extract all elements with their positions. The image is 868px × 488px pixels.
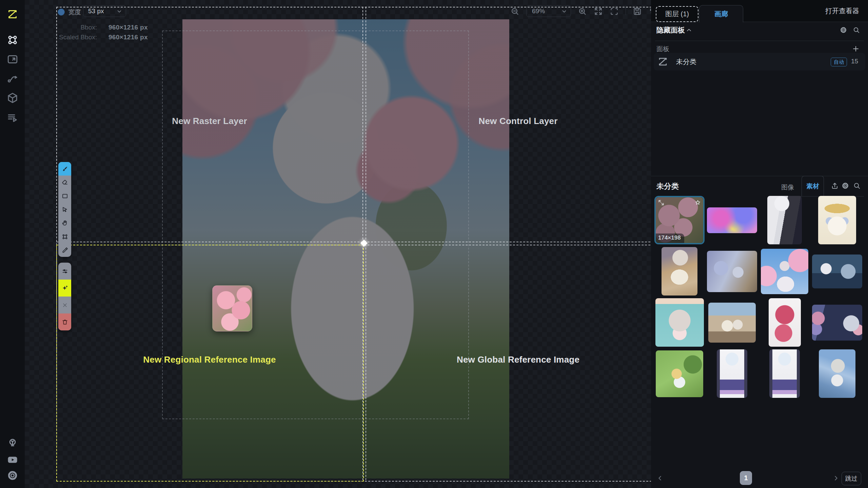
board-count: 15 <box>851 58 858 65</box>
gallery-thumbnail[interactable] <box>769 349 800 398</box>
right-panel: 图层 (1) 画廊 打开查看器 隐藏面板 面板 未分类 自动 15 未分类 图像… <box>651 0 868 488</box>
page-number-button[interactable]: 1 <box>740 471 752 485</box>
transform-tool[interactable] <box>58 230 71 243</box>
new-global-reference-action[interactable]: New Global Reference Image <box>457 354 579 365</box>
app-logo[interactable] <box>6 8 19 20</box>
gallery-thumbnail-selected[interactable]: 174×198 <box>654 196 705 244</box>
canvas-area[interactable]: New Raster Layer New Control Layer New R… <box>25 0 651 488</box>
star-icon[interactable] <box>694 199 701 206</box>
youtube-icon[interactable] <box>6 453 19 466</box>
fit-view-icon[interactable] <box>594 7 603 16</box>
plus-icon[interactable] <box>852 45 860 53</box>
generate-sparkle-button[interactable] <box>58 280 71 297</box>
brush-width-select[interactable]: 53 px <box>83 5 126 17</box>
gear-icon[interactable] <box>841 182 849 190</box>
gallery-title: 未分类 <box>656 181 679 191</box>
gallery-thumbnail[interactable] <box>656 350 703 397</box>
divider <box>655 41 864 41</box>
rectangle-tool[interactable] <box>58 189 71 203</box>
transform-nodes-icon[interactable] <box>6 34 19 46</box>
gallery-thumbnail[interactable] <box>717 349 747 398</box>
gallery-thumbnail[interactable] <box>708 303 756 343</box>
cube-icon[interactable] <box>6 92 19 104</box>
tool-rail-secondary <box>58 263 71 330</box>
panel-tabstrip: 图层 (1) 画廊 打开查看器 <box>651 0 868 22</box>
gallery-grid: 174×198 <box>654 196 862 398</box>
gallery-thumbnail[interactable] <box>818 196 856 244</box>
cancel-button[interactable] <box>58 297 71 313</box>
chevron-up-icon[interactable] <box>686 27 692 34</box>
gallery-thumbnail[interactable] <box>819 349 855 398</box>
chevron-down-icon <box>561 8 567 14</box>
gallery-thumbnail[interactable] <box>767 196 802 244</box>
curve-icon[interactable] <box>6 73 19 85</box>
hidden-panels-title[interactable]: 隐藏面板 <box>656 25 685 35</box>
bbox-value: 960×1216 px <box>108 24 148 31</box>
save-icon[interactable] <box>633 7 642 16</box>
delete-button[interactable] <box>58 313 71 330</box>
eyedropper-tool[interactable] <box>58 243 71 257</box>
board-name: 未分类 <box>676 57 696 66</box>
chevron-down-icon <box>116 8 122 14</box>
tab-assets[interactable]: 素材 <box>802 176 824 197</box>
search-icon[interactable] <box>853 182 861 190</box>
adjust-settings-button[interactable] <box>58 263 71 280</box>
gear-icon[interactable] <box>840 26 847 34</box>
canvas-toolbar: 69% <box>510 5 651 17</box>
gallery-thumbnail[interactable] <box>761 249 808 294</box>
tab-gallery[interactable]: 画廊 <box>699 5 743 22</box>
zoom-level-select[interactable]: 69% <box>526 5 571 17</box>
canvas-image <box>182 19 509 479</box>
boards-label: 面板 <box>656 45 669 54</box>
zoom-in-icon[interactable] <box>578 7 587 16</box>
gallery-thumbnail[interactable] <box>655 298 704 347</box>
board-icon <box>657 56 669 67</box>
auto-badge: 自动 <box>831 58 847 66</box>
gallery-thumbnail[interactable] <box>662 247 697 296</box>
gallery-header: 未分类 图像 素材 <box>651 176 868 197</box>
chevron-right-icon[interactable] <box>832 474 840 482</box>
regional-reference-thumbnail[interactable] <box>212 285 252 331</box>
width-label: 宽度 <box>68 8 81 17</box>
brush-width-value: 53 px <box>88 7 104 15</box>
tool-rail-primary <box>58 162 71 257</box>
gallery-thumbnail[interactable] <box>769 298 801 347</box>
frame-select-icon[interactable] <box>610 7 619 16</box>
gallery-thumbnail[interactable] <box>812 305 862 341</box>
gallery-thumbnail[interactable] <box>812 255 862 288</box>
new-control-layer-action[interactable]: New Control Layer <box>478 116 557 126</box>
upload-icon[interactable] <box>831 182 839 190</box>
tab-images[interactable]: 图像 <box>781 183 794 192</box>
tab-layers[interactable]: 图层 (1) <box>656 6 698 22</box>
gallery-thumbnail[interactable] <box>707 207 757 233</box>
toolbar-divider <box>626 7 626 15</box>
undo-icon[interactable] <box>649 7 651 16</box>
zoom-out-icon[interactable] <box>510 7 519 16</box>
workflow-list-icon[interactable] <box>6 112 19 124</box>
bbox-label: Bbox: <box>53 24 97 31</box>
gallery-pagination: 1 跳过 <box>651 470 868 487</box>
hand-tool[interactable] <box>58 216 71 230</box>
hidden-panels-row: 隐藏面板 <box>651 25 868 36</box>
chevron-left-icon[interactable] <box>656 474 664 482</box>
scaled-bbox-value: 960×1216 px <box>108 34 148 41</box>
expand-icon[interactable] <box>658 199 665 206</box>
gear-icon[interactable] <box>6 469 19 482</box>
brush-tool[interactable] <box>58 162 71 176</box>
open-viewer-button[interactable]: 打开查看器 <box>825 0 859 22</box>
skip-button[interactable]: 跳过 <box>842 472 861 485</box>
new-raster-layer-action[interactable]: New Raster Layer <box>172 116 247 126</box>
eraser-tool[interactable] <box>58 176 71 189</box>
new-regional-reference-action[interactable]: New Regional Reference Image <box>143 354 276 365</box>
search-icon[interactable] <box>852 26 860 34</box>
canvas-frame-icon[interactable] <box>6 53 19 65</box>
select-tool[interactable] <box>58 203 71 216</box>
thumbnail-size-label: 174×198 <box>656 233 684 243</box>
brush-color-swatch[interactable] <box>58 8 65 16</box>
board-item-uncategorized[interactable]: 未分类 自动 15 <box>654 53 865 70</box>
scaled-bbox-label: Scaled Bbox: <box>53 34 97 41</box>
gallery-thumbnail[interactable] <box>707 251 757 292</box>
bbox-info: Bbox: 960×1216 px Scaled Bbox: 960×1216 … <box>53 24 148 41</box>
left-sidebar <box>0 0 25 488</box>
bulb-icon[interactable] <box>6 437 19 449</box>
